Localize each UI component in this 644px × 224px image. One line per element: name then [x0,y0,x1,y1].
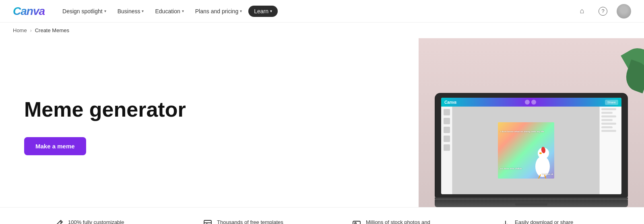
laptop-screen-outer: Canva Share [435,93,628,197]
mini-icon [525,100,530,105]
svg-rect-6 [204,220,211,224]
svg-point-3 [539,152,542,154]
nav-learn[interactable]: Learn ▾ [248,6,278,17]
mini-prop-line [601,115,616,117]
chevron-down-icon: ▾ [270,9,272,13]
mini-sidebar-item [444,144,450,151]
laptop-base [435,200,628,207]
mini-sidebar-item [444,127,450,133]
mini-canva-topbar: Canva Share [441,98,621,107]
feature-templates-text: Thousands of free templates and layouts [217,219,292,224]
chevron-down-icon: ▾ [182,9,184,13]
laptop-mockup: Canva Share [435,93,628,207]
main-header: Canva Design spotlight ▾ Business ▾ Educ… [0,0,644,23]
nav-plans-pricing[interactable]: Plans and pricing ▾ [190,5,247,18]
meme-preview-image: i dont know what im doing with my life s… [498,122,554,179]
breadcrumb-home[interactable]: Home [13,27,27,33]
feature-templates: Thousands of free templates and layouts [203,219,292,224]
leaf-icon [622,60,644,94]
nav-education[interactable]: Education ▾ [150,5,188,18]
laptop-device: Canva Share [435,93,628,207]
chevron-down-icon: ▾ [142,9,144,13]
download-icon [501,220,510,224]
edit-icon [54,220,63,224]
meme-text-1: i dont know what im doing with my life [500,130,545,134]
main-content: Meme generator Make a meme Canva [0,38,644,207]
chevron-down-icon: ▾ [240,9,242,13]
feature-customizable-text: 100% fully customizable [68,219,124,224]
help-button[interactable]: ? [596,4,610,18]
mini-icon [531,100,536,105]
mini-canva-logo: Canva [444,100,456,105]
photo-icon [352,220,361,224]
feature-download: Easily download or share [501,219,590,224]
mini-sidebar [441,107,452,194]
mini-prop-line [601,112,613,114]
hero-left-panel: Meme generator Make a meme [0,38,419,207]
make-meme-button[interactable]: Make a meme [24,137,86,155]
mini-sidebar-item [444,109,450,115]
help-icon: ? [599,7,607,16]
meme-text-2: so does this chikin [500,167,522,171]
mini-sidebar-item [444,118,450,124]
feature-photos-text: Millions of stock photos and illustratio… [366,219,441,224]
breadcrumb: Home › Create Memes [0,23,644,38]
mini-prop-line [601,130,616,132]
feature-download-text: Easily download or share [515,219,573,224]
nav-business[interactable]: Business ▾ [113,5,149,18]
breadcrumb-separator: › [30,28,32,33]
mini-prop-line [601,108,616,110]
meme-text-3: but thats ok [542,173,553,175]
mini-properties-panel [599,107,621,194]
mini-toolbar-icons [525,100,536,105]
mini-canva-body: i dont know what im doing with my life s… [441,107,621,194]
avatar[interactable] [617,4,631,18]
feature-photos: Millions of stock photos and illustratio… [352,219,441,224]
nav-design-spotlight[interactable]: Design spotlight ▾ [58,5,111,18]
template-icon [203,220,212,224]
mini-sidebar-item [444,136,450,142]
mini-prop-line [601,123,616,125]
laptop-screen-inner: Canva Share [441,98,621,194]
header-actions: ⌂ ? [575,4,631,18]
laptop-trackpad [515,201,547,206]
main-nav: Design spotlight ▾ Business ▾ Education … [58,5,575,18]
svg-rect-9 [353,221,360,224]
mini-share-button: Share [605,100,618,105]
breadcrumb-current: Create Memes [35,27,69,33]
home-icon: ⌂ [580,7,584,15]
chevron-down-icon: ▾ [104,9,106,13]
logo[interactable]: Canva [13,5,45,18]
mini-canvas-area: i dont know what im doing with my life s… [452,107,599,194]
mini-prop-line [601,119,613,121]
feature-customizable: 100% fully customizable [54,219,143,224]
avatar-image [617,4,631,18]
home-button[interactable]: ⌂ [575,4,589,18]
page-title: Meme generator [24,98,394,121]
features-bar: 100% fully customizable Thousands of fre… [0,207,644,224]
mini-prop-line [601,126,613,128]
hero-right-panel: Canva Share [419,38,644,207]
